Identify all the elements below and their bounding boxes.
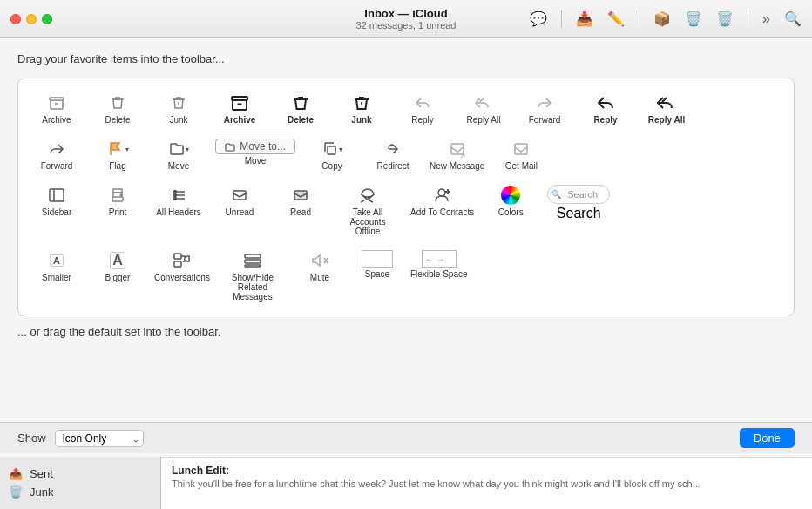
toolbar-items-row3: Sidebar Print All Headers	[27, 181, 785, 240]
all-headers-label: All Headers	[156, 207, 201, 217]
notes-icon[interactable]: 💬	[530, 10, 547, 27]
toolbar-item-delete-bold[interactable]: Delete	[271, 89, 330, 128]
svg-rect-18	[174, 254, 181, 259]
flag-label: Flag	[109, 161, 125, 171]
toolbar-item-take-all[interactable]: Take All Accounts Offline	[332, 181, 403, 240]
flex-space-label: Flexible Space	[410, 269, 468, 279]
show-hide-label: Show/Hide Related Messages	[222, 273, 283, 302]
show-select-wrap[interactable]: Icon Only Icon and Text Text Only	[55, 430, 144, 447]
compose-titlebar-icon[interactable]: ✏️	[607, 10, 625, 27]
sidebar-label: Sidebar	[42, 207, 71, 217]
toolbar-item-print[interactable]: Print	[88, 181, 147, 221]
conversations-label: Conversations	[154, 273, 210, 282]
toolbar-item-read[interactable]: Read	[271, 181, 330, 221]
toolbar-item-search[interactable]: Search Search	[542, 181, 615, 225]
search-titlebar-icon[interactable]: 🔍	[784, 10, 802, 27]
delete-bold-label: Delete	[288, 115, 314, 125]
customize-toolbar-content: Drag your favorite items into the toolba…	[0, 38, 812, 457]
toolbar-item-unread[interactable]: Unread	[210, 181, 269, 221]
minimize-button[interactable]	[26, 14, 37, 24]
toolbar-item-show-hide[interactable]: Show/Hide Related Messages	[217, 247, 288, 305]
archive-gray-label: Archive	[42, 115, 71, 125]
archive-bold-label: Archive	[224, 115, 256, 125]
sidebar-sent-label: Sent	[30, 467, 53, 480]
get-mail-label: Get Mail	[505, 161, 538, 171]
more-titlebar-icon[interactable]: »	[762, 11, 770, 27]
add-contacts-label: Add To Contacts	[410, 207, 474, 217]
mute-label: Mute	[310, 273, 329, 282]
toolbar-item-delete-gray[interactable]: Delete	[88, 89, 147, 128]
svg-rect-19	[174, 261, 181, 267]
titlebar: Inbox — iCloud 32 messages, 1 unread 💬 📥…	[0, 0, 812, 38]
archive-gray-icon	[48, 92, 65, 113]
toolbar-item-junk-gray[interactable]: Junk	[149, 89, 208, 128]
mute-icon	[311, 250, 328, 271]
smaller-icon: A	[50, 250, 64, 271]
read-icon	[292, 185, 309, 206]
search-item-label: Search	[557, 206, 601, 221]
toolbar-item-colors[interactable]: Colors	[481, 181, 540, 221]
redirect-label: Redirect	[376, 161, 409, 171]
toolbar-item-get-mail[interactable]: Get Mail	[491, 135, 551, 174]
svg-point-15	[438, 189, 445, 196]
new-message-label: New Message	[430, 161, 484, 171]
close-button[interactable]	[10, 14, 21, 24]
colors-label: Colors	[498, 207, 524, 217]
svg-point-12	[174, 198, 177, 200]
toolbar-item-reply-all-gray[interactable]: Reply All	[454, 89, 513, 128]
print-icon	[109, 185, 126, 206]
drag-hint-bottom: ... or drag the default set into the too…	[17, 325, 795, 338]
sidebar-junk-item[interactable]: 🗑️ Junk	[9, 485, 152, 499]
junk-bold-label: Junk	[351, 115, 371, 125]
reply-bold-icon	[596, 92, 615, 113]
toolbar-item-moveto[interactable]: Move to... Move	[210, 135, 301, 169]
toolbar-item-forward-gray[interactable]: Forward	[515, 89, 574, 128]
toolbar-item-bigger[interactable]: A Bigger	[88, 247, 147, 286]
trash-titlebar-icon[interactable]: 🗑️	[685, 10, 702, 27]
print-label: Print	[109, 207, 127, 217]
junk-titlebar-icon[interactable]: 🗑️	[716, 10, 734, 27]
unread-label: Unread	[226, 207, 254, 217]
done-button[interactable]: Done	[740, 428, 795, 448]
reply-all-gray-label: Reply All	[467, 115, 501, 125]
reply-bold-label: Reply	[593, 115, 617, 125]
toolbar-item-conversations[interactable]: Conversations	[149, 247, 215, 286]
delete-gray-icon	[109, 92, 126, 113]
maximize-button[interactable]	[42, 14, 52, 24]
toolbar-item-reply-gray[interactable]: Reply	[393, 89, 452, 128]
toolbar-item-move[interactable]: ▾ Move	[149, 135, 208, 174]
toolbar-item-new-message[interactable]: New Message	[424, 135, 490, 174]
toolbar-item-flag[interactable]: ▾ Flag	[88, 135, 147, 174]
toolbar-item-flex-space[interactable]: ← → Flexible Space	[405, 247, 473, 282]
toolbar-item-copy[interactable]: ▾ Copy	[302, 135, 362, 174]
forward-gray-label: Forward	[529, 115, 561, 125]
toolbar-item-add-contacts[interactable]: Add To Contacts	[405, 181, 479, 221]
toolbar-item-forward2[interactable]: Forward	[27, 135, 86, 174]
junk-gray-label: Junk	[169, 115, 187, 125]
toolbar-item-redirect[interactable]: Redirect	[363, 135, 423, 174]
toolbar-item-reply-all-bold[interactable]: Reply All	[637, 89, 696, 128]
svg-rect-3	[328, 146, 335, 154]
sidebar-junk-label: Junk	[30, 485, 53, 499]
archive-titlebar-icon[interactable]: 📥	[576, 10, 593, 27]
sidebar-sent-item[interactable]: 📤 Sent	[9, 467, 152, 480]
toolbar-item-mute[interactable]: Mute	[290, 247, 349, 286]
email-from: Lunch Edit:	[172, 465, 802, 477]
show-select[interactable]: Icon Only Icon and Text Text Only	[55, 430, 144, 447]
toolbar-items-row2: Forward ▾ Flag ▾ Move	[27, 135, 785, 174]
toolbar-item-junk-bold[interactable]: Junk	[332, 89, 391, 128]
take-all-label: Take All Accounts Offline	[337, 207, 398, 236]
toolbar-item-archive-bold[interactable]: Archive	[210, 89, 269, 128]
move-titlebar-icon[interactable]: 📦	[653, 10, 671, 27]
forward2-label: Forward	[41, 161, 73, 171]
toolbar-item-reply-bold[interactable]: Reply	[576, 89, 635, 128]
toolbar-item-archive-gray[interactable]: Archive	[27, 89, 86, 128]
toolbar-item-space[interactable]: Space	[351, 247, 403, 282]
delete-gray-label: Delete	[105, 115, 131, 125]
toolbar-item-sidebar[interactable]: Sidebar	[27, 181, 86, 221]
toolbar-item-all-headers[interactable]: All Headers	[149, 181, 208, 221]
junk-gray-icon	[170, 92, 187, 113]
available-items-section: Archive Delete Junk Archiv	[17, 78, 795, 316]
toolbar-item-smaller[interactable]: A Smaller	[27, 247, 86, 286]
unread-icon	[231, 185, 248, 206]
